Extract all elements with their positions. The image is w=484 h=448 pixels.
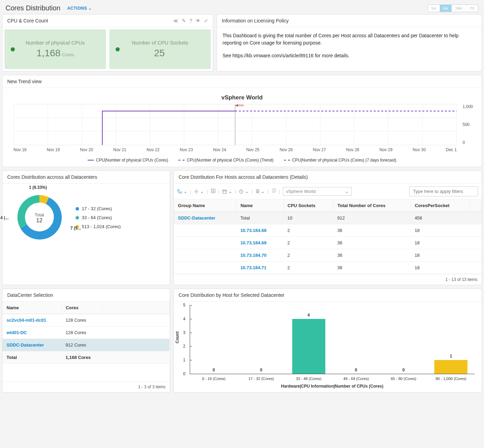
bar-column[interactable]: 065 - 80 (Cores) [380,305,427,374]
bar-value: 0 [355,368,357,372]
cell-name[interactable]: 10.73.184.70 [236,249,283,262]
hierarchy-button[interactable]: ⌄ [177,189,187,194]
info-text-2: See https://kb.vmware.com/s/article/8911… [223,52,476,59]
eye-icon[interactable]: 👁 [196,18,200,23]
chevron-down-icon: ⌄ [88,6,92,11]
col-name[interactable]: Name [2,302,61,314]
cell-name[interactable]: 10.73.184.71 [236,262,283,274]
cell-sockets: 10 [283,212,333,224]
metric-card-cpu-sockets[interactable]: Number of CPU Sockets 25 [109,29,211,69]
cell-cps: 18 [411,224,470,237]
bar-value: 0 [213,368,215,372]
table-row[interactable]: 10.73.184.7123618 [174,262,482,274]
copy-button[interactable] [271,188,276,194]
dc-cores: 128 Cores [61,327,103,339]
expand-icon[interactable]: ⤢ [204,18,208,23]
dc-name[interactable]: wld01-DC [2,327,61,339]
chevron-down-icon: ⌄ [345,189,349,194]
now-marker: ◀Now [235,104,244,107]
cell-name[interactable]: 10.73.184.69 [236,237,283,249]
col-cores[interactable]: Cores [61,302,103,314]
cell-group[interactable]: SDDC-Datacenter [174,212,236,224]
donut-slice-label: 4 (... [0,215,9,220]
x-tick: Nov 29 [379,147,393,152]
x-tick: Nov 22 [147,147,160,152]
bar [434,360,467,374]
actions-label: ACTIONS [67,6,87,11]
bar-value: 0 [402,368,405,372]
legend-item[interactable]: CPU|Number of physical CPUs (Cores) (7 d… [284,158,396,163]
bar-category: 65 - 80 (Cores) [391,377,416,381]
details-panel-title: Core Distribution For Hosts accross all … [179,174,308,180]
edit-icon[interactable]: ✎ [182,18,186,23]
time-btn-1h[interactable]: 1H [428,5,440,12]
cell-name[interactable]: 10.73.184.68 [236,224,283,237]
info-text-1: This Dashboard is giving the total numbe… [223,32,476,47]
table-row[interactable]: 10.73.184.6923618 [174,237,482,249]
bar-column[interactable]: 00 - 16 (Cores) [190,305,238,374]
pie-legend-item[interactable]: 17 - 32 (Cores) [76,204,121,213]
bar-value: 0 [260,368,263,372]
col-header[interactable]: CoresPerSocket [411,199,470,212]
bar [292,319,325,374]
col-header[interactable]: Group Name [174,199,236,212]
bar-column[interactable]: 017 - 32 (Cores) [237,305,285,374]
help-icon[interactable]: ? [189,18,192,23]
x-tick: Nov 30 [413,147,426,152]
export-button[interactable] [211,188,216,194]
bar-column[interactable]: 433 - 48 (Cores) [285,305,333,374]
col-header[interactable]: CPU Sockets [283,199,333,212]
legend-item[interactable]: CPU|Number of physical CPUs (Cores) [88,158,168,163]
table-row[interactable]: 10.73.184.7023618 [174,249,482,262]
dc-cores: 128 Cores [61,314,103,327]
legend-item[interactable]: CPU|Number of physical CPUs (Cores) (Tre… [178,158,273,163]
x-tick: Nov 24 [213,147,226,152]
trend-line-chart[interactable]: ◀Now 1,000 500 0 [13,104,457,145]
dc-table: Name Cores sc2vc04-m01-dc01128 Coreswld0… [2,302,170,364]
donut-slice-label: 7 (5... [70,226,81,231]
donut-chart[interactable]: Total 12 1 (8.33%) 7 (5... 4 (... [10,188,69,247]
bar-column[interactable]: 180 - 1,000 (Cores) [427,305,475,374]
cell-sockets: 2 [283,262,333,274]
col-header[interactable]: Total Number of Cores [333,199,411,212]
x-tick: Nov 25 [246,147,259,152]
dc-row[interactable]: SDDC-Datacenter912 Cores [2,339,169,351]
col-header[interactable]: Name [236,199,283,212]
time-btn-6h[interactable]: 6H [440,5,452,12]
cell-name: Total [236,212,283,224]
date-button[interactable]: ⌄ [222,189,232,194]
actions-dropdown[interactable]: ACTIONS ⌄ [67,6,92,11]
dc-row[interactable]: sc2vc04-m01-dc01128 Cores [2,314,169,327]
dc-name[interactable]: SDDC-Datacenter [2,339,61,351]
info-panel-title: Information on Licensing Policy [222,18,289,23]
metric-label: Number of CPU Sockets [115,40,205,46]
filter-input[interactable] [409,186,478,196]
x-tick: Nov 20 [80,147,93,152]
pie-legend-label: 513 - 1,024 (Cores) [82,222,121,231]
pie-legend-item[interactable]: 513 - 1,024 (Cores) [76,222,121,231]
table-row[interactable]: 10.73.184.6823618 [174,224,482,237]
dc-name[interactable]: sc2vc04-m01-dc01 [2,314,61,327]
x-tick: Nov 21 [113,147,126,152]
metric-card-physical-cpus[interactable]: Number of physical CPUs 1,168Cores [4,29,106,69]
cell-cores: 36 [333,224,411,237]
svg-rect-17 [178,189,179,191]
bar-chart[interactable]: Count 01234500 - 16 (Cores)017 - 32 (Cor… [174,302,482,392]
cell-sockets: 2 [283,249,333,262]
donut-slice-label: 1 (8.33%) [29,185,47,190]
x-tick: Nov 23 [180,147,193,152]
gear-button[interactable]: ⌄ [194,189,204,194]
y-tick: 1,000 [463,104,473,109]
dc-footer: 1 - 3 of 3 items [2,381,170,392]
clock-button[interactable]: ⌄ [239,189,249,194]
cell-cps: 456 [411,212,470,224]
time-btn-7d[interactable]: 7D [466,5,478,12]
table-row[interactable]: SDDC-DatacenterTotal10912456 [174,212,482,224]
collapse-icon[interactable]: ≪ [173,18,178,23]
scope-select[interactable]: vSphere World⌄ [283,187,352,196]
dc-row[interactable]: wld01-DC128 Cores [2,327,169,339]
time-btn-24h[interactable]: 24H [452,5,466,12]
pie-legend-item[interactable]: 33 - 64 (Cores) [76,213,121,222]
list-button[interactable]: ☰ ⌄ [256,189,265,194]
bar-column[interactable]: 049 - 64 (Cores) [332,305,380,374]
